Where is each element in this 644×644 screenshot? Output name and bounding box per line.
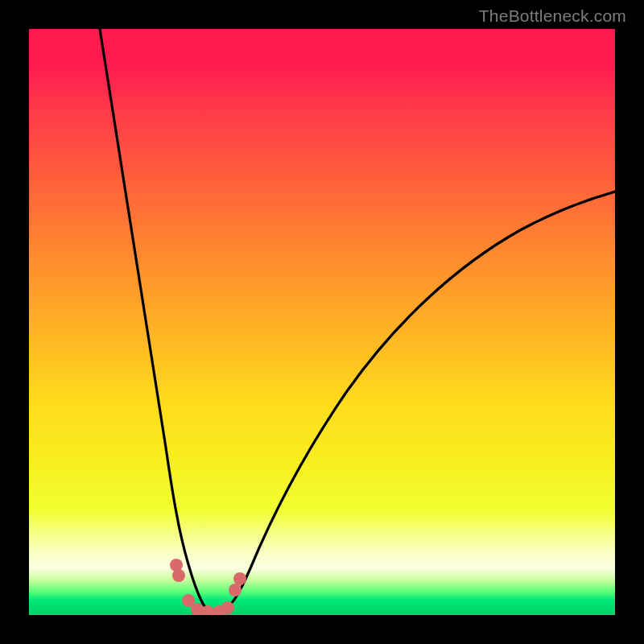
chart-frame: TheBottleneck.com <box>0 0 644 644</box>
marker-dot <box>172 569 185 582</box>
curve-right-branch <box>222 192 615 610</box>
marker-dot <box>201 605 214 615</box>
marker-dot <box>229 584 242 597</box>
plot-area <box>29 29 615 615</box>
markers-group <box>170 559 246 615</box>
watermark-text: TheBottleneck.com <box>479 6 626 26</box>
marker-dot <box>221 601 234 614</box>
bottleneck-curve <box>29 29 615 615</box>
curve-left-branch <box>100 29 210 609</box>
marker-dot <box>233 572 246 585</box>
